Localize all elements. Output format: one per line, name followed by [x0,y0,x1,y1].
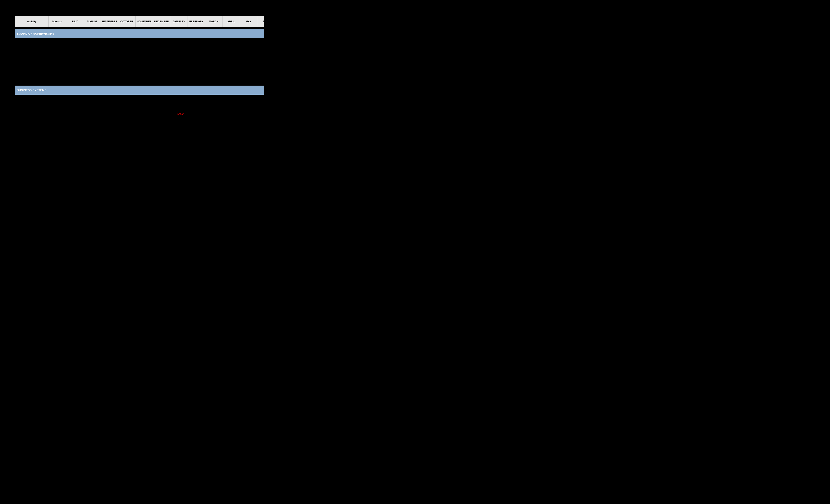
header-june: JUNE [257,16,275,27]
section-business-systems: BUSINESS SYSTEMS [15,86,264,95]
header-august: AUGUST [84,16,101,27]
board-of-supervisors-rows [15,38,264,84]
header-activity: Activity [15,16,49,27]
header-january: JANUARY [170,16,188,27]
header-september: SEPTEMBER [101,16,118,27]
business-systems-rows: Action [15,95,264,154]
header-april: APRIL [223,16,240,27]
header-november: NOVEMBER [135,16,153,27]
header-december: DECEMBER [153,16,170,27]
header-sponsor: Sponsor [49,16,66,27]
section-board-of-supervisors: BOARD OF SUPERVISORS [15,29,264,38]
section-business-systems-label: BUSINESS SYSTEMS [17,89,46,92]
table-header: Activity Sponsor JULY AUGUST SEPTEMBER O… [15,16,264,27]
header-march: MARCH [205,16,223,27]
header-february: FEBRUARY [188,16,205,27]
main-container: Activity Sponsor JULY AUGUST SEPTEMBER O… [15,16,264,154]
section-board-of-supervisors-label: BOARD OF SUPERVISORS [17,32,54,35]
header-october: OCTOBER [118,16,135,27]
header-july: JULY [66,16,84,27]
action-label: Action [177,113,184,116]
header-may: MAY [240,16,257,27]
